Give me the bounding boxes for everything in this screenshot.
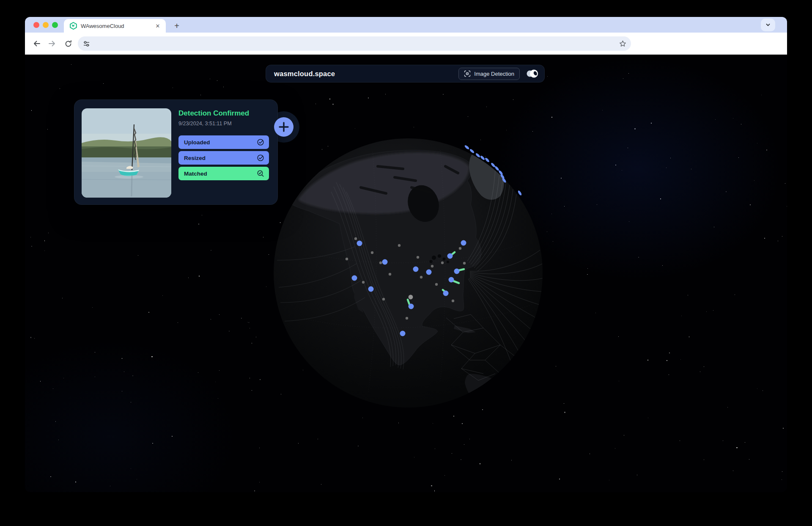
star	[263, 237, 263, 237]
star	[44, 251, 45, 251]
star	[103, 83, 104, 84]
scan-eye-icon	[464, 70, 471, 77]
theme-toggle-button[interactable]	[524, 67, 541, 80]
star	[647, 360, 648, 361]
star	[727, 407, 728, 408]
close-window-button[interactable]	[33, 22, 39, 28]
tune-sliders-icon[interactable]	[83, 40, 90, 47]
star	[210, 79, 210, 79]
site-brand: wasmcloud.space	[274, 70, 335, 78]
detected-image	[82, 108, 171, 198]
star	[414, 457, 414, 457]
star	[200, 95, 201, 95]
star	[199, 275, 200, 277]
star	[358, 446, 359, 446]
browser-window: WAwesomeCloud ✕ +	[25, 17, 787, 492]
back-button[interactable]	[30, 36, 44, 51]
star	[188, 278, 189, 278]
star	[564, 403, 564, 404]
card-details: Detection Confirmed 9/23/2024, 3:51:11 P…	[178, 108, 269, 197]
tab-title: WAwesomeCloud	[81, 23, 154, 29]
star	[198, 224, 199, 225]
star	[48, 233, 49, 233]
new-tab-button[interactable]: +	[171, 20, 183, 32]
status-label: Matched	[184, 171, 207, 177]
star	[453, 416, 455, 417]
star	[444, 475, 445, 476]
star	[723, 441, 723, 441]
page-content: wasmcloud.space Image Detection	[25, 55, 787, 492]
tab-wawesomecloud[interactable]: WAwesomeCloud ✕	[64, 19, 166, 33]
star	[223, 87, 224, 88]
star	[443, 94, 444, 95]
url-input[interactable]	[94, 41, 619, 47]
tab-search-chevron-button[interactable]	[761, 19, 775, 31]
earth-globe[interactable]	[272, 137, 544, 409]
star	[782, 479, 782, 480]
star	[217, 80, 217, 81]
star	[590, 454, 590, 454]
star	[667, 360, 667, 361]
star	[700, 372, 700, 372]
star	[315, 104, 316, 104]
star	[44, 240, 45, 241]
image-detection-label: Image Detection	[474, 71, 514, 77]
tab-strip: WAwesomeCloud ✕ +	[25, 17, 787, 33]
chevron-down-icon	[765, 22, 771, 28]
bookmark-star-button[interactable]	[619, 40, 627, 48]
detection-card-wrap: Detection Confirmed 9/23/2024, 3:51:11 P…	[74, 99, 278, 205]
star	[511, 460, 512, 460]
image-detection-button[interactable]: Image Detection	[458, 68, 520, 80]
star	[162, 295, 163, 296]
star	[782, 471, 782, 472]
star	[618, 336, 619, 337]
star	[329, 99, 330, 99]
refresh-button[interactable]	[61, 36, 75, 51]
star	[434, 490, 435, 491]
star	[298, 443, 299, 443]
star	[648, 418, 648, 418]
star	[461, 459, 461, 460]
zoom-window-button[interactable]	[52, 22, 58, 28]
minimize-window-button[interactable]	[43, 22, 49, 28]
star	[480, 463, 480, 464]
star	[763, 390, 763, 391]
star	[30, 237, 31, 237]
star	[385, 94, 386, 94]
site-header-bar: wasmcloud.space Image Detection	[266, 65, 545, 83]
star	[202, 215, 202, 215]
window-controls	[33, 22, 58, 28]
star	[745, 442, 745, 443]
star	[680, 441, 680, 441]
star	[47, 129, 48, 129]
status-list: Uploaded Resized	[178, 135, 269, 180]
star	[556, 366, 556, 366]
star	[689, 336, 690, 337]
forward-button[interactable]	[45, 36, 59, 51]
back-arrow-icon	[33, 39, 41, 48]
tab-close-icon[interactable]: ✕	[154, 22, 162, 30]
search-check-icon	[257, 170, 264, 177]
browser-toolbar	[25, 33, 787, 55]
status-label: Resized	[184, 155, 206, 161]
card-title: Detection Confirmed	[178, 109, 269, 118]
check-circle-icon	[257, 154, 264, 162]
star	[71, 64, 71, 65]
add-image-button[interactable]	[274, 117, 294, 137]
star	[92, 307, 93, 308]
star	[318, 439, 318, 439]
star	[564, 412, 565, 413]
address-bar[interactable]	[78, 36, 631, 51]
moon-toggle-icon	[525, 69, 540, 79]
star	[332, 104, 334, 105]
detection-card: Detection Confirmed 9/23/2024, 3:51:11 P…	[74, 99, 278, 205]
star	[559, 479, 560, 479]
star	[637, 475, 637, 475]
status-row-matched: Matched	[178, 167, 269, 180]
check-circle-icon	[257, 138, 264, 146]
plus-icon	[278, 121, 289, 132]
star	[669, 375, 669, 375]
star	[609, 480, 609, 480]
star-icon	[619, 40, 627, 48]
star	[433, 423, 433, 424]
